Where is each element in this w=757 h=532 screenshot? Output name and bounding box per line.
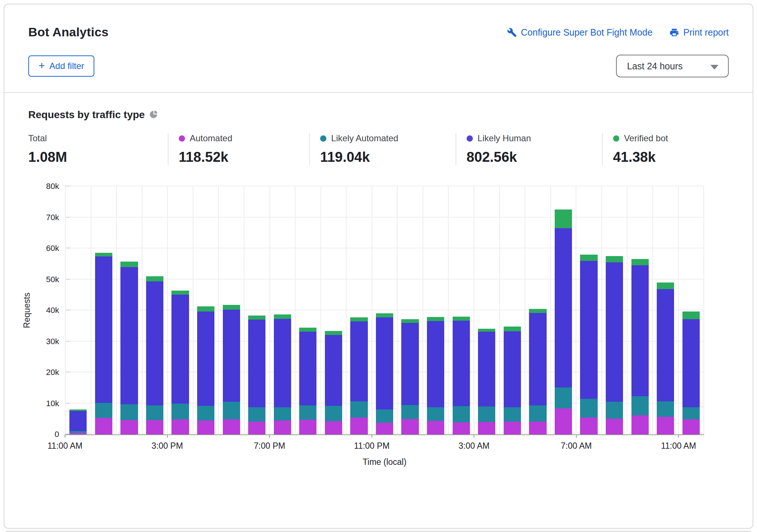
bar-segment-automated[interactable] xyxy=(427,421,444,434)
bar-segment-likely-human[interactable] xyxy=(555,228,572,387)
stacked-bar[interactable] xyxy=(453,186,470,434)
bar-segment-verified-bot[interactable] xyxy=(606,256,623,262)
stacked-bar[interactable] xyxy=(120,186,138,434)
stacked-bar[interactable] xyxy=(197,186,214,434)
bar-segment-likely-human[interactable] xyxy=(299,332,316,405)
bar-segment-verified-bot[interactable] xyxy=(631,259,649,265)
bar-segment-verified-bot[interactable] xyxy=(427,317,444,321)
bar-segment-likely-automated[interactable] xyxy=(350,401,367,417)
bar-segment-verified-bot[interactable] xyxy=(555,209,572,228)
stacked-bar[interactable] xyxy=(299,186,316,434)
bar-segment-likely-human[interactable] xyxy=(120,267,138,404)
bar-segment-likely-human[interactable] xyxy=(69,411,87,431)
bar-segment-verified-bot[interactable] xyxy=(299,328,316,332)
bar-segment-automated[interactable] xyxy=(274,420,291,434)
stacked-bar[interactable] xyxy=(427,186,444,434)
stacked-bar[interactable] xyxy=(171,186,189,434)
bar-segment-automated[interactable] xyxy=(478,422,495,434)
stacked-bar[interactable] xyxy=(69,186,87,434)
bar-segment-verified-bot[interactable] xyxy=(376,313,393,317)
stacked-bar[interactable] xyxy=(223,186,240,434)
bar-segment-likely-automated[interactable] xyxy=(427,407,444,421)
bar-segment-likely-human[interactable] xyxy=(504,331,521,407)
bar-segment-likely-human[interactable] xyxy=(376,317,393,409)
bar-segment-likely-automated[interactable] xyxy=(453,406,470,422)
bar-segment-likely-automated[interactable] xyxy=(274,407,291,420)
bar-segment-automated[interactable] xyxy=(69,433,87,434)
bar-segment-likely-automated[interactable] xyxy=(120,404,138,420)
stacked-bar[interactable] xyxy=(350,186,367,434)
bar-segment-automated[interactable] xyxy=(299,420,316,434)
time-range-select[interactable]: Last 24 hours xyxy=(616,55,729,77)
bar-segment-automated[interactable] xyxy=(95,418,112,434)
bar-segment-likely-automated[interactable] xyxy=(529,405,546,422)
bar-segment-automated[interactable] xyxy=(682,419,700,434)
configure-super-bot-fight-mode-link[interactable]: Configure Super Bot Fight Mode xyxy=(507,27,653,38)
bar-segment-likely-automated[interactable] xyxy=(504,407,521,422)
bar-segment-automated[interactable] xyxy=(197,420,214,434)
bar-segment-automated[interactable] xyxy=(529,422,546,434)
bar-segment-likely-automated[interactable] xyxy=(325,406,342,421)
bar-segment-likely-human[interactable] xyxy=(427,321,444,407)
bar-segment-likely-human[interactable] xyxy=(606,262,623,402)
bar-segment-likely-automated[interactable] xyxy=(197,406,214,420)
stacked-bar[interactable] xyxy=(682,186,700,434)
bar-segment-automated[interactable] xyxy=(325,421,342,434)
stacked-bar[interactable] xyxy=(631,186,649,434)
bar-segment-verified-bot[interactable] xyxy=(146,276,163,281)
bar-segment-likely-automated[interactable] xyxy=(248,407,265,422)
bar-segment-likely-automated[interactable] xyxy=(478,407,495,422)
bar-segment-automated[interactable] xyxy=(376,423,393,434)
bar-segment-likely-human[interactable] xyxy=(350,321,367,402)
bar-segment-likely-human[interactable] xyxy=(95,256,112,403)
stacked-bar[interactable] xyxy=(146,186,163,434)
bar-segment-likely-human[interactable] xyxy=(274,319,291,407)
bar-segment-verified-bot[interactable] xyxy=(682,311,700,319)
bar-segment-verified-bot[interactable] xyxy=(453,317,470,321)
bar-segment-automated[interactable] xyxy=(248,422,265,434)
bar-segment-verified-bot[interactable] xyxy=(223,305,240,310)
bar-segment-likely-automated[interactable] xyxy=(555,387,572,408)
bar-segment-likely-automated[interactable] xyxy=(299,405,316,420)
bar-segment-likely-human[interactable] xyxy=(657,289,674,401)
stacked-bar[interactable] xyxy=(401,186,419,434)
bar-segment-automated[interactable] xyxy=(453,422,470,434)
bar-segment-likely-automated[interactable] xyxy=(657,401,674,417)
bar-segment-likely-human[interactable] xyxy=(325,335,342,406)
stacked-bar[interactable] xyxy=(325,186,342,434)
bar-segment-verified-bot[interactable] xyxy=(171,291,189,295)
bar-segment-likely-human[interactable] xyxy=(478,332,495,407)
stacked-bar[interactable] xyxy=(95,186,112,434)
stacked-bar[interactable] xyxy=(555,186,572,434)
bar-segment-likely-human[interactable] xyxy=(248,320,265,407)
bar-segment-likely-human[interactable] xyxy=(682,319,700,407)
bar-segment-likely-human[interactable] xyxy=(171,295,189,404)
bar-segment-automated[interactable] xyxy=(350,418,367,434)
print-report-link[interactable]: Print report xyxy=(669,27,729,38)
bar-segment-automated[interactable] xyxy=(146,420,163,434)
bar-segment-likely-automated[interactable] xyxy=(401,405,419,419)
stacked-bar[interactable] xyxy=(478,186,495,434)
bar-segment-likely-human[interactable] xyxy=(223,310,240,402)
bar-segment-automated[interactable] xyxy=(171,419,189,434)
bar-segment-verified-bot[interactable] xyxy=(350,317,367,321)
bar-segment-likely-automated[interactable] xyxy=(606,402,623,419)
bar-segment-automated[interactable] xyxy=(631,415,649,434)
bar-segment-likely-human[interactable] xyxy=(146,281,163,405)
bar-segment-verified-bot[interactable] xyxy=(197,306,214,311)
stacked-bar[interactable] xyxy=(376,186,393,434)
stacked-bar[interactable] xyxy=(580,186,597,434)
stacked-bar[interactable] xyxy=(504,186,521,434)
bar-segment-automated[interactable] xyxy=(504,422,521,434)
bar-segment-likely-human[interactable] xyxy=(453,321,470,406)
bar-segment-automated[interactable] xyxy=(401,419,419,434)
bar-segment-likely-automated[interactable] xyxy=(631,396,649,415)
bar-segment-likely-automated[interactable] xyxy=(146,405,163,420)
stacked-bar[interactable] xyxy=(248,186,265,434)
bar-segment-automated[interactable] xyxy=(606,419,623,434)
bar-segment-likely-human[interactable] xyxy=(401,323,419,405)
stacked-bar[interactable] xyxy=(606,186,623,434)
bar-segment-likely-human[interactable] xyxy=(197,311,214,406)
bar-segment-likely-automated[interactable] xyxy=(171,404,189,419)
bar-segment-verified-bot[interactable] xyxy=(95,253,112,256)
